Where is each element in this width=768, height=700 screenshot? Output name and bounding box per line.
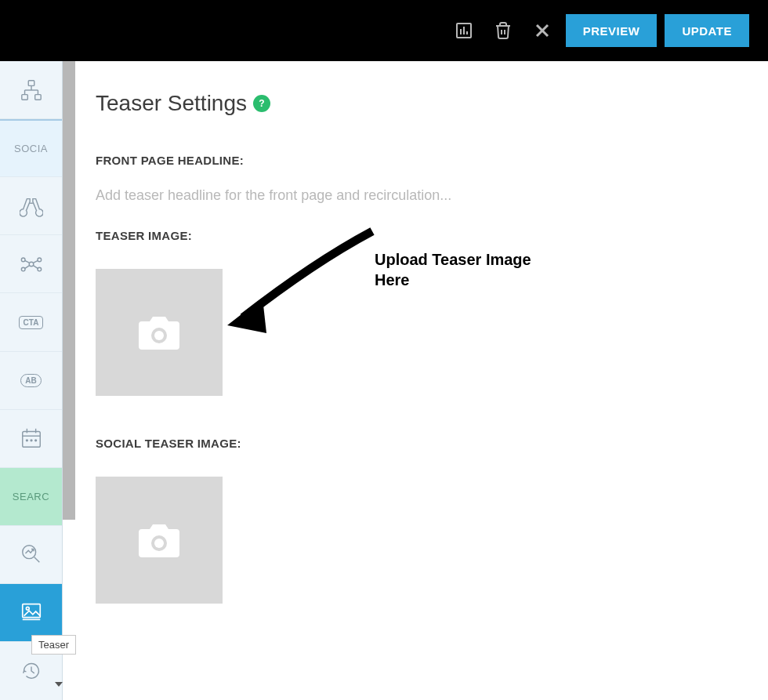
top-toolbar: PREVIEW UPDATE — [0, 0, 768, 61]
trash-icon[interactable] — [487, 15, 519, 46]
sidebar-item-seo[interactable] — [0, 526, 62, 584]
sidebar-item-sitemap[interactable] — [0, 61, 62, 119]
sidebar: SOCIA CTA AB — [0, 61, 63, 700]
sidebar-item-search[interactable]: SEARC — [0, 468, 62, 526]
help-icon[interactable]: ? — [253, 95, 270, 112]
sidebar-item-cta[interactable]: CTA — [0, 293, 62, 351]
svg-point-27 — [26, 440, 27, 441]
svg-rect-6 — [28, 80, 34, 85]
preview-button[interactable]: PREVIEW — [566, 14, 658, 47]
svg-point-18 — [37, 267, 41, 271]
sidebar-item-social[interactable]: SOCIA — [0, 119, 62, 177]
teaser-tooltip: Teaser — [31, 635, 76, 655]
svg-point-17 — [21, 267, 25, 271]
chevron-down-icon[interactable] — [55, 682, 63, 687]
teaser-image-label: TEASER IMAGE: — [96, 229, 748, 242]
teaser-image-upload[interactable] — [96, 269, 223, 396]
scrollbar-thumb[interactable] — [63, 61, 75, 520]
headline-input[interactable] — [96, 187, 748, 204]
svg-line-20 — [33, 260, 38, 263]
svg-point-15 — [21, 258, 25, 262]
svg-point-33 — [26, 608, 29, 611]
sidebar-label-search: SEARC — [13, 491, 49, 502]
svg-point-28 — [31, 440, 32, 441]
headline-label: FRONT PAGE HEADLINE: — [96, 154, 748, 167]
sidebar-item-network[interactable] — [0, 235, 62, 293]
svg-point-14 — [29, 262, 34, 267]
sidebar-label-social: SOCIA — [14, 143, 48, 154]
sidebar-item-ab[interactable]: AB — [0, 352, 62, 410]
svg-line-22 — [33, 266, 38, 269]
svg-point-38 — [154, 539, 164, 548]
sidebar-item-teaser[interactable] — [0, 584, 62, 642]
ab-badge: AB — [20, 374, 41, 387]
svg-line-21 — [24, 266, 29, 269]
social-teaser-upload[interactable] — [96, 477, 223, 604]
update-button[interactable]: UPDATE — [665, 14, 749, 47]
stats-icon[interactable] — [448, 15, 480, 46]
svg-line-31 — [34, 557, 39, 563]
svg-line-19 — [24, 260, 29, 263]
social-teaser-label: SOCIAL TEASER IMAGE: — [96, 437, 748, 450]
main-panel: Teaser Settings ? FRONT PAGE HEADLINE: T… — [75, 61, 768, 700]
page-title-text: Teaser Settings — [96, 91, 247, 116]
camera-icon — [136, 312, 183, 353]
camera-icon — [136, 520, 183, 560]
close-icon[interactable] — [527, 15, 558, 46]
cta-badge: CTA — [19, 316, 44, 329]
svg-point-16 — [37, 258, 41, 262]
page-title: Teaser Settings ? — [96, 91, 748, 116]
svg-rect-8 — [34, 94, 41, 100]
scrollbar[interactable] — [63, 61, 75, 520]
svg-point-36 — [154, 331, 164, 340]
svg-point-29 — [34, 440, 36, 441]
sidebar-item-calendar[interactable] — [0, 410, 62, 468]
svg-rect-7 — [21, 94, 27, 100]
sidebar-item-binoculars[interactable] — [0, 177, 62, 235]
